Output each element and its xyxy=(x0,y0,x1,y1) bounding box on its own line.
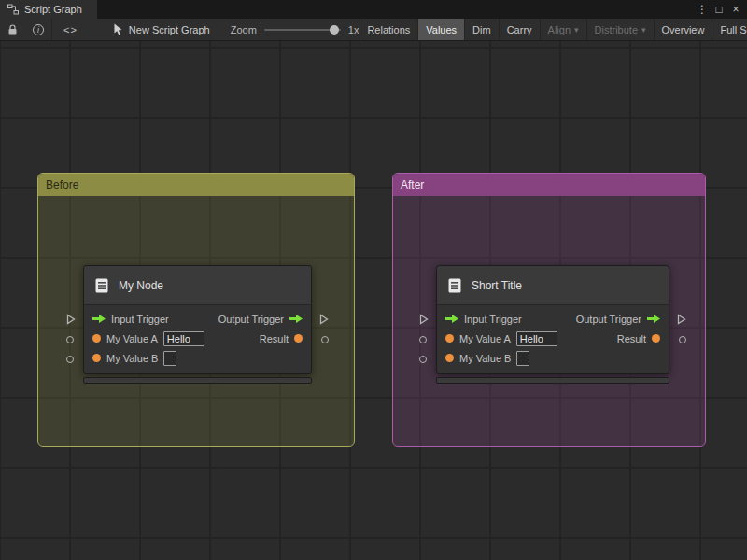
carry-button[interactable]: Carry xyxy=(499,19,540,41)
port-label: Result xyxy=(617,333,646,344)
trigger-arrow-icon xyxy=(92,314,106,324)
node-body: Input Trigger Output Trigger My Value A xyxy=(84,305,311,373)
result-port[interactable] xyxy=(321,334,329,345)
graph-pointer-icon xyxy=(113,23,123,35)
dim-button[interactable]: Dim xyxy=(464,19,499,41)
node-header[interactable]: Short Title xyxy=(437,266,669,305)
value-b-port[interactable] xyxy=(66,354,74,365)
port-label: My Value B xyxy=(106,353,158,364)
script-graph-icon xyxy=(7,4,19,15)
tab-script-graph[interactable]: Script Graph xyxy=(0,0,97,19)
relations-button[interactable]: Relations xyxy=(359,19,417,41)
lock-icon[interactable] xyxy=(0,19,25,41)
node-title: My Node xyxy=(119,279,163,292)
input-trigger-port[interactable] xyxy=(419,314,429,325)
node-short-title[interactable]: Short Title Input Trigger Output Trigger xyxy=(436,265,669,384)
output-trigger-port[interactable] xyxy=(319,314,329,325)
value-port-icon[interactable] xyxy=(294,334,303,343)
node-icon xyxy=(446,277,463,294)
zoom-slider[interactable] xyxy=(264,29,341,31)
result-port[interactable] xyxy=(679,334,686,345)
graph-canvas[interactable]: Before My Node xyxy=(0,41,747,560)
node-title: Short Title xyxy=(472,279,522,292)
port-label: Input Trigger xyxy=(111,314,169,325)
value-port-icon[interactable] xyxy=(445,354,454,362)
port-label: My Value B xyxy=(459,353,511,364)
toolbar-buttons: Relations Values Dim Carry Align ▾ Distr… xyxy=(359,19,747,41)
port-label: Output Trigger xyxy=(576,314,641,325)
input-trigger-port[interactable] xyxy=(66,314,76,325)
value-a-input[interactable] xyxy=(516,331,557,346)
graph-toolbar: i <> New Script Graph Zoom 1x Relations … xyxy=(0,19,747,41)
value-port-icon[interactable] xyxy=(652,334,660,343)
group-after-header[interactable]: After xyxy=(393,174,705,196)
chevron-down-icon: ▾ xyxy=(641,25,646,35)
graph-title: New Script Graph xyxy=(129,24,210,35)
trigger-row: Input Trigger Output Trigger xyxy=(84,309,311,329)
align-button: Align ▾ xyxy=(540,19,586,41)
value-a-row: My Value A Result xyxy=(437,329,669,348)
window-close-icon[interactable]: × xyxy=(728,3,743,16)
node-footer[interactable] xyxy=(83,377,312,384)
value-b-row: My Value B xyxy=(437,348,669,368)
group-title: Before xyxy=(46,178,78,191)
value-a-port[interactable] xyxy=(419,334,427,345)
code-icon[interactable]: <> xyxy=(52,19,89,41)
window-maximize-icon[interactable]: □ xyxy=(712,3,726,16)
value-a-row: My Value A Result xyxy=(84,329,311,348)
window-menu-icon[interactable]: ⋮ xyxy=(695,3,710,16)
node-body: Input Trigger Output Trigger My Value A xyxy=(437,305,669,373)
value-b-port[interactable] xyxy=(419,354,427,365)
zoom-label: Zoom xyxy=(231,24,257,35)
trigger-arrow-icon xyxy=(647,314,660,324)
values-button[interactable]: Values xyxy=(417,19,464,41)
port-label: Output Trigger xyxy=(218,314,284,325)
group-after[interactable]: After Short Title xyxy=(392,173,706,447)
value-b-input[interactable] xyxy=(163,351,176,366)
overview-button[interactable]: Overview xyxy=(654,19,712,41)
tab-bar: Script Graph ⋮ □ × xyxy=(0,0,747,19)
group-before[interactable]: Before My Node xyxy=(37,173,355,447)
value-a-port[interactable] xyxy=(66,334,74,345)
value-port-icon[interactable] xyxy=(445,334,454,343)
fullscreen-button[interactable]: Full Screen xyxy=(712,19,747,41)
zoom-slider-knob[interactable] xyxy=(330,25,339,35)
trigger-arrow-icon xyxy=(289,314,303,324)
chevron-down-icon: ▾ xyxy=(574,25,579,35)
group-before-header[interactable]: Before xyxy=(38,174,354,196)
node-header[interactable]: My Node xyxy=(84,266,311,305)
value-port-icon[interactable] xyxy=(92,334,101,343)
graph-breadcrumb[interactable]: New Script Graph xyxy=(113,23,210,35)
trigger-row: Input Trigger Output Trigger xyxy=(437,309,669,329)
output-trigger-port[interactable] xyxy=(677,314,686,325)
value-a-input[interactable] xyxy=(163,331,204,346)
port-label: My Value A xyxy=(106,333,158,344)
port-label: Input Trigger xyxy=(464,314,522,325)
distribute-button: Distribute ▾ xyxy=(586,19,654,41)
value-port-icon[interactable] xyxy=(92,354,101,362)
port-label: Result xyxy=(260,333,289,344)
port-label: My Value A xyxy=(459,333,511,344)
node-my-node[interactable]: My Node Input Trigger Output Trigger xyxy=(83,265,312,384)
group-title: After xyxy=(401,178,424,191)
node-footer[interactable] xyxy=(436,377,669,384)
tab-title: Script Graph xyxy=(24,4,82,15)
value-b-input[interactable] xyxy=(516,351,529,366)
trigger-arrow-icon xyxy=(445,314,458,324)
zoom-value: 1x xyxy=(348,24,359,35)
node-icon xyxy=(93,277,110,294)
value-b-row: My Value B xyxy=(84,348,311,368)
info-icon[interactable]: i xyxy=(25,19,51,41)
